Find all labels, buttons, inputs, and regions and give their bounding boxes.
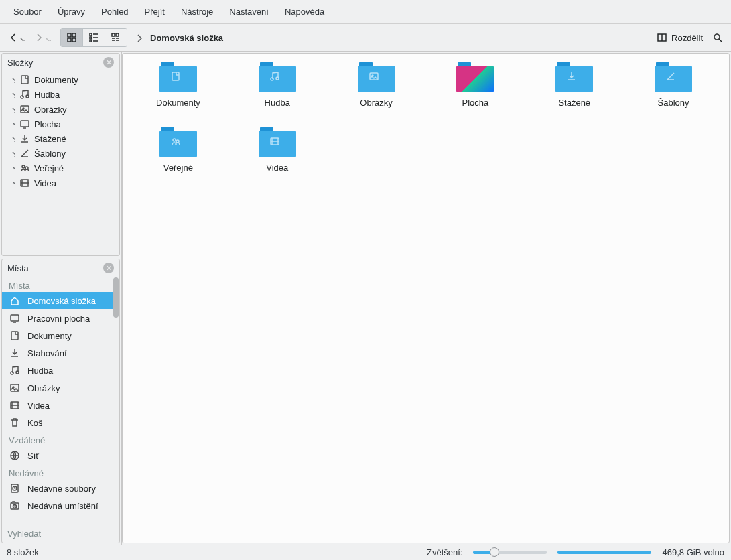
download-icon — [9, 348, 21, 358]
close-icon[interactable]: ✕ — [103, 57, 114, 68]
place-nedávná umístění[interactable]: Nedávná umístění — [2, 497, 119, 514]
image-icon — [19, 104, 30, 115]
tree-label: Veřejné — [34, 163, 64, 173]
tree-item-šablony[interactable]: Šablony — [2, 146, 119, 161]
folder-label: Dokumenty — [156, 98, 200, 109]
tree-label: Obrázky — [34, 104, 66, 115]
view-icons-button[interactable] — [61, 29, 82, 46]
tree-label: Šablony — [34, 149, 66, 159]
place-label: Videa — [27, 401, 50, 411]
tree-label: Videa — [34, 178, 56, 188]
chevron-right-icon — [9, 91, 15, 98]
split-button[interactable]: Rozdělit — [653, 29, 707, 46]
folder-videa[interactable]: Videa — [234, 127, 321, 173]
chevron-right-icon — [9, 106, 15, 113]
menu-nápověda[interactable]: Nápověda — [277, 3, 332, 21]
tree-item-plocha[interactable]: Plocha — [2, 117, 119, 131]
place-nedávné soubory[interactable]: Nedávné soubory — [2, 480, 119, 497]
place-síť[interactable]: Síť — [2, 447, 119, 464]
video-icon — [9, 400, 21, 411]
place-label: Nedávné soubory — [27, 484, 96, 494]
folder-plocha[interactable]: Plocha — [431, 62, 519, 109]
folder-šablony[interactable]: Šablony — [630, 62, 717, 109]
close-icon[interactable]: ✕ — [103, 263, 114, 273]
desktop-icon — [9, 313, 21, 324]
image-icon — [9, 382, 21, 393]
recent-places-icon — [9, 500, 21, 511]
tree-item-hudba[interactable]: Hudba — [2, 87, 119, 102]
menu-pohled[interactable]: Pohled — [93, 3, 136, 21]
video-icon — [19, 178, 30, 188]
place-label: Obrázky — [27, 383, 60, 393]
music-icon — [9, 365, 21, 376]
folder-icon — [358, 62, 395, 92]
place-hudba[interactable]: Hudba — [2, 362, 119, 379]
folder-stažené[interactable]: Stažené — [531, 62, 618, 109]
zoom-slider[interactable] — [473, 551, 547, 554]
places-section-title: Nedávné — [2, 464, 119, 480]
tree-label: Plocha — [34, 119, 61, 129]
places-section-title: Místa — [2, 277, 119, 292]
place-domovská složka[interactable]: Domovská složka — [2, 292, 119, 309]
chevron-right-icon — [9, 121, 15, 127]
folder-dokumenty[interactable]: Dokumenty — [135, 62, 222, 109]
zoom-label: Zvětšení: — [427, 547, 462, 557]
menubar: SouborÚpravyPohledPřejítNástrojeNastaven… — [0, 0, 731, 24]
folder-icon — [259, 127, 296, 157]
menu-přejít[interactable]: Přejít — [137, 3, 173, 21]
tree-item-dokumenty[interactable]: Dokumenty — [2, 72, 119, 87]
trash-icon — [9, 417, 21, 428]
folder-obrázky[interactable]: Obrázky — [333, 62, 420, 109]
folder-label: Stažené — [558, 98, 590, 108]
panel-places-title: Místa — [7, 263, 29, 273]
chevron-right-icon — [9, 135, 15, 142]
folder-icon — [159, 62, 197, 92]
back-button[interactable] — [5, 29, 28, 46]
forward-button[interactable] — [31, 29, 54, 46]
folder-label: Hudba — [265, 98, 290, 108]
place-label: Koš — [27, 418, 42, 428]
folder-label: Plocha — [462, 98, 489, 108]
view-mode-group — [60, 28, 127, 47]
sidebar-search[interactable]: Vyhledat — [2, 524, 119, 543]
status-count: 8 složek — [7, 547, 39, 557]
search-button[interactable] — [710, 29, 726, 46]
folder-label: Šablony — [658, 98, 689, 108]
place-pracovní plocha[interactable]: Pracovní plocha — [2, 309, 119, 327]
breadcrumb-home[interactable]: Domovská složka — [150, 33, 223, 43]
panel-places: Místa ✕ Místa Domovská složka Pracovní p… — [1, 259, 120, 543]
template-icon — [19, 148, 30, 159]
folder-hudba[interactable]: Hudba — [234, 62, 321, 109]
tree-item-videa[interactable]: Videa — [2, 176, 119, 190]
menu-úpravy[interactable]: Úpravy — [50, 3, 93, 21]
chevron-right-icon — [9, 150, 15, 157]
menu-nastavení[interactable]: Nastavení — [221, 3, 277, 21]
place-label: Stahování — [27, 348, 67, 358]
tree-item-veřejné[interactable]: Veřejné — [2, 161, 119, 176]
file-view[interactable]: Dokumenty Hudba Obrázky Plocha Stažené Š… — [122, 53, 730, 543]
tree-item-obrázky[interactable]: Obrázky — [2, 102, 119, 117]
view-compact-button[interactable] — [82, 29, 105, 46]
toolbar: Domovská složka Rozdělit — [0, 24, 731, 52]
menu-soubor[interactable]: Soubor — [5, 3, 50, 21]
place-videa[interactable]: Videa — [2, 397, 119, 414]
menu-nástroje[interactable]: Nástroje — [173, 3, 221, 21]
split-icon — [657, 32, 667, 43]
place-label: Nedávná umístění — [27, 501, 98, 511]
breadcrumb-separator-icon — [134, 33, 143, 42]
doc-icon — [9, 330, 21, 341]
search-icon — [712, 32, 723, 43]
scrollbar[interactable] — [113, 277, 119, 318]
place-stahování[interactable]: Stahování — [2, 344, 119, 362]
disk-free: 469,8 GiB volno — [662, 547, 724, 557]
place-dokumenty[interactable]: Dokumenty — [2, 327, 119, 344]
place-obrázky[interactable]: Obrázky — [2, 379, 119, 397]
tree-item-stažené[interactable]: Stažené — [2, 131, 119, 146]
folder-icon — [456, 62, 494, 92]
folder-veřejné[interactable]: Veřejné — [135, 127, 222, 173]
view-details-button[interactable] — [105, 29, 127, 46]
places-section-title: Vzdálené — [2, 431, 119, 447]
tree-label: Dokumenty — [34, 75, 78, 85]
disk-usage-bar — [557, 551, 651, 554]
place-koš[interactable]: Koš — [2, 414, 119, 431]
